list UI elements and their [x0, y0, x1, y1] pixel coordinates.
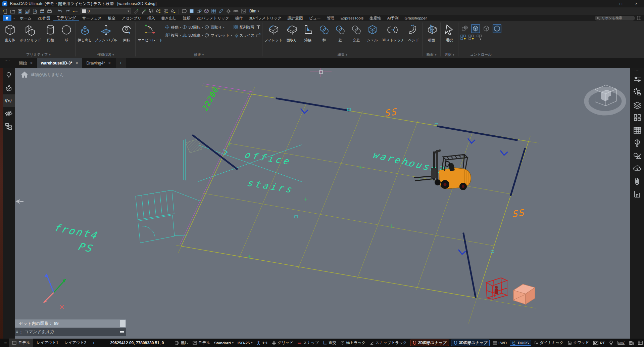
- shell-button[interactable]: シェル: [364, 22, 381, 43]
- weld-button[interactable]: 溶接: [300, 22, 316, 43]
- sidebar-item-layers[interactable]: [631, 98, 643, 111]
- extend-box-button[interactable]: [256, 32, 261, 38]
- edge-nav-arrow[interactable]: [15, 199, 23, 204]
- solid-box-blue-icon[interactable]: [188, 8, 195, 14]
- tab-3d-parametric[interactable]: 3Dパラメトリック: [246, 15, 285, 21]
- sidebar-item-components[interactable]: [3, 82, 15, 94]
- pushpull-button[interactable]: プッシュ/プル: [93, 22, 118, 43]
- move-button[interactable]: 移動▾: [165, 24, 181, 30]
- display-edges-toggle-icon[interactable]: [468, 35, 475, 41]
- subtract-button[interactable]: 差: [332, 22, 348, 43]
- undo-icon[interactable]: [57, 8, 63, 14]
- save-all-icon[interactable]: [24, 8, 31, 14]
- hints-lightbulb-toggle[interactable]: [607, 339, 615, 347]
- polysolid-button[interactable]: ポリソリッド: [18, 22, 42, 43]
- ucs-indicator[interactable]: 無し: [172, 339, 190, 347]
- bim-workspace-dropdown[interactable]: Bim ▾: [247, 9, 261, 13]
- tab-2d-parametric[interactable]: 2Dパラメトリック: [194, 15, 232, 21]
- lineweight-toggle[interactable]: LWD: [491, 339, 509, 347]
- text-style-dropdown[interactable]: Standard▾: [212, 339, 236, 347]
- tab-ai-predict[interactable]: AI予測: [384, 15, 402, 21]
- tab-modeling[interactable]: モデリング: [53, 15, 79, 21]
- sidebar-item-tips[interactable]: [3, 69, 15, 82]
- chevron-down-icon[interactable]: ▾: [11, 15, 17, 21]
- sidebar-item-materials[interactable]: [631, 149, 643, 162]
- ortho-toggle[interactable]: 直交: [321, 339, 338, 347]
- tab-grasshopper[interactable]: Grasshopper: [402, 15, 430, 21]
- statusbar-menu-button[interactable]: ≡: [2, 339, 9, 347]
- polar-tracking-toggle[interactable]: 極トラック: [338, 339, 368, 347]
- group-label-edit[interactable]: 編集▾: [263, 52, 422, 58]
- vertex-mode-selected-icon[interactable]: [493, 24, 501, 33]
- group-label-section[interactable]: 断面▾: [424, 52, 440, 58]
- box-button[interactable]: 直方体: [2, 22, 18, 43]
- sidebar-item-structure[interactable]: [3, 120, 15, 133]
- annotate-pencil-icon[interactable]: [218, 8, 224, 14]
- tab-surface[interactable]: サーフェス: [79, 15, 105, 21]
- layout2-tab[interactable]: レイアウト2: [61, 339, 89, 347]
- plot-icon[interactable]: [39, 8, 45, 14]
- annotation-scale[interactable]: 1:1: [254, 339, 270, 347]
- group-label-select[interactable]: 選択▾: [441, 52, 457, 58]
- esnap-2d-toggle[interactable]: 2D図形スナップ: [410, 340, 449, 346]
- dynamic-input-toggle[interactable]: ダイナミック: [532, 339, 566, 347]
- close-icon[interactable]: ×: [30, 61, 33, 66]
- tab-assembly[interactable]: アセンブリ: [118, 15, 144, 21]
- app-menu-button[interactable]: [3, 15, 11, 21]
- wall-segments[interactable]: [193, 98, 525, 297]
- link-chain-icon[interactable]: [233, 8, 239, 14]
- navigation-ball[interactable]: [586, 85, 624, 113]
- dim-style-dropdown[interactable]: ISO-25▾: [236, 339, 254, 347]
- chamfer-edge-button[interactable]: 面取り: [284, 22, 300, 43]
- rounded-rect-icon[interactable]: [181, 8, 187, 14]
- group-label-create3d[interactable]: 作成(3D)▾: [76, 52, 135, 58]
- bend-button[interactable]: ベンド: [406, 22, 422, 43]
- data-table-icon[interactable]: [210, 8, 217, 14]
- tab-operate[interactable]: 操作: [232, 15, 246, 21]
- group-label-modify[interactable]: 修正▾: [136, 52, 261, 58]
- save-icon[interactable]: [17, 8, 23, 14]
- display-faces-toggle-icon[interactable]: [460, 35, 466, 41]
- space-indicator[interactable]: モデル: [191, 339, 212, 347]
- maximize-button[interactable]: □: [613, 0, 629, 7]
- copy-button[interactable]: 複写▾: [165, 32, 181, 38]
- tab-view[interactable]: ビュー: [306, 15, 324, 21]
- section-button[interactable]: 断面: [424, 22, 440, 43]
- docked-panel-edge[interactable]: [0, 68, 3, 339]
- ss-right-label[interactable]: SS: [513, 207, 526, 219]
- pointer-box-icon[interactable]: [240, 8, 246, 14]
- manipulate-button[interactable]: マニピュレート: [136, 22, 164, 43]
- grid-toggle[interactable]: グリッド: [270, 339, 295, 347]
- pallet-rack[interactable]: [486, 278, 507, 299]
- close-icon[interactable]: ×: [108, 61, 111, 66]
- match-properties-icon[interactable]: [133, 8, 140, 14]
- ctrl-key-toggle[interactable]: CTRL: [615, 339, 627, 347]
- style-dots-icon[interactable]: [72, 8, 78, 14]
- ducs-toggle[interactable]: DUCS: [510, 340, 531, 346]
- snap-tracking-toggle[interactable]: スナップトラック: [368, 339, 409, 347]
- rotate3d-button[interactable]: 3D回転▾: [182, 24, 203, 30]
- mechanical-dropdown[interactable]: メカニカル▾: [636, 339, 644, 347]
- intersect-button[interactable]: 交差: [348, 22, 364, 43]
- esnap-3d-toggle[interactable]: 3D図形スナップ: [451, 340, 490, 346]
- shape-circle-icon[interactable]: [196, 8, 202, 14]
- layout1-tab[interactable]: レイアウト1: [33, 339, 61, 347]
- revolve-button[interactable]: 回転: [118, 22, 135, 43]
- sidebar-item-structure-browser[interactable]: [631, 86, 643, 98]
- front4-label[interactable]: front4: [53, 222, 100, 241]
- tab-2d-draw[interactable]: 2D作図: [35, 15, 53, 21]
- cardboard-box[interactable]: [513, 284, 535, 304]
- sidebar-item-blocks[interactable]: [631, 111, 643, 124]
- sidebar-item-render[interactable]: [631, 137, 643, 149]
- wireframe-mode-icon[interactable]: [482, 24, 491, 33]
- sidebar-item-parametric[interactable]: f(x): [3, 94, 15, 107]
- select-button[interactable]: 選択: [441, 22, 457, 43]
- dim-label[interactable]: 22200: [201, 85, 220, 112]
- sidebar-item-components-library[interactable]: [631, 188, 643, 201]
- union-button[interactable]: 和: [316, 22, 332, 43]
- tab-sheetmetal[interactable]: 板金: [105, 15, 118, 21]
- minimize-button[interactable]: —: [598, 0, 613, 7]
- press-fit-button[interactable]: [256, 24, 261, 30]
- extrude-button[interactable]: 押し出し: [76, 22, 93, 43]
- redo-icon[interactable]: [64, 8, 71, 14]
